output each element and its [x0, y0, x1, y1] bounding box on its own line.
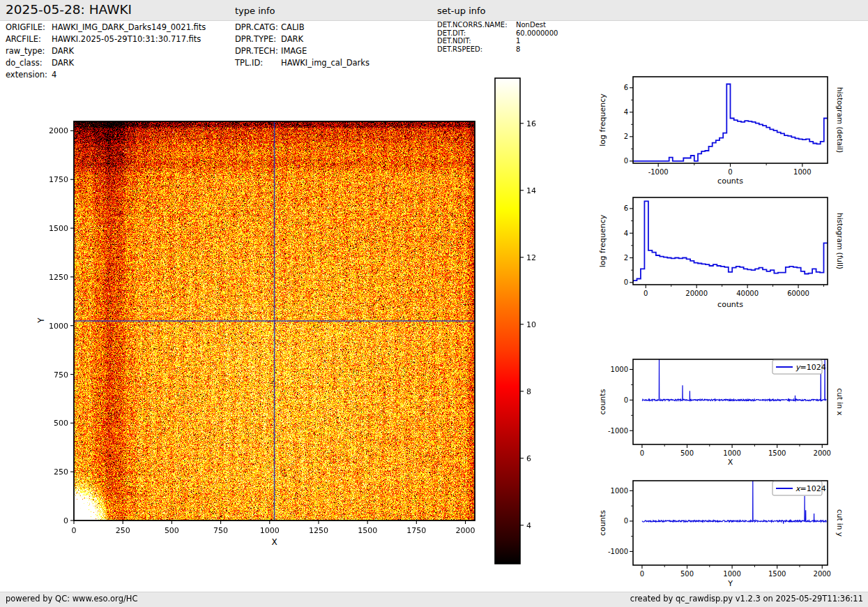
x-tick-label: 60000 [787, 290, 809, 297]
type-info-row: DPR.CATG:CALIB [235, 22, 370, 33]
field-value: DARK [52, 57, 74, 69]
y-tick-label: 250 [54, 467, 68, 477]
cut_in_y-x-axis-label: Y [727, 579, 733, 588]
y-tick-label: 1000 [611, 366, 628, 373]
x-tick-label: 0 [644, 290, 648, 297]
x-tick-label: 500 [165, 526, 179, 535]
x-tick-label: 1000 [793, 168, 811, 176]
colorbar-tick-label: 12 [526, 253, 536, 262]
x-tick-label: 1500 [768, 570, 786, 578]
file-info-row: do_class:DARK [6, 57, 206, 69]
file-info-row: extension:4 [6, 69, 206, 81]
field-label: DET.NDIT: [437, 37, 516, 45]
y-tick-label: 750 [54, 370, 68, 380]
file-info-block: ORIGFILE:HAWKI_IMG_DARK_Darks149_0021.fi… [6, 22, 206, 81]
cut_in_x-y-axis-label: counts [598, 389, 607, 414]
setup-info-row: DET.NCORRS.NAME:NonDest [437, 21, 558, 29]
x-tick-label: 1500 [358, 526, 377, 535]
field-label: ORIGFILE: [6, 22, 52, 33]
histogram_full-right-label: histogram (full) [836, 213, 844, 269]
y-tick-label: 1500 [49, 224, 68, 233]
cut-in-y-chart: 0500100015002000-100001000Ycountscut in … [591, 468, 868, 592]
cut_in_x-x-axis-label: X [728, 458, 733, 467]
type-info-row: DPR.TYPE:DARK [235, 33, 370, 45]
histogram_detail-y-axis-label: log frequency [598, 93, 607, 147]
x-tick-label: 1000 [723, 449, 740, 457]
cut-in-x-chart: 0500100015002000-100001000Xcountscut in … [591, 347, 868, 468]
histogram_full-x-axis-label: counts [717, 300, 743, 309]
colorbar-tick-label: 8 [526, 387, 531, 396]
cut_in_y-plot: 0500100015002000-100001000Ycountscut in … [598, 476, 844, 588]
type-info-heading: type info [235, 6, 275, 16]
histogram-detail-chart: -1000010000246countslog frequencyhistogr… [591, 66, 868, 187]
field-label: raw_type: [6, 45, 52, 57]
y-tick-label: 0 [624, 157, 628, 165]
x-tick-label: 0 [72, 526, 77, 535]
field-value: DARK [281, 33, 303, 45]
y-tick-label: 6 [624, 84, 628, 91]
type-info-row: DPR.TECH:IMAGE [235, 45, 370, 57]
cut_in_x-legend: y=1024 [772, 360, 826, 374]
colorbar-tick-label: 16 [526, 119, 536, 128]
colorbar [495, 78, 520, 564]
field-label: DET.RSPEED: [437, 45, 516, 54]
cut_in_x-plot: 0500100015002000-100001000Xcountscut in … [598, 354, 844, 467]
x-tick-label: 0 [640, 570, 644, 578]
histogram_full-y-axis-label: log frequency [598, 214, 607, 267]
field-label: DPR.TECH: [235, 45, 281, 57]
field-label: extension: [6, 69, 52, 81]
x-tick-label: 40000 [736, 290, 759, 297]
x-tick-label: 1000 [723, 570, 740, 578]
file-info-row: raw_type:DARK [6, 45, 206, 57]
setup-info-row: DET.NDIT:1 [437, 37, 558, 45]
field-label: TPL.ID: [235, 57, 281, 69]
footer-created-by: created by qc_rawdisp.py v1.2.3 on 2025-… [630, 594, 863, 604]
field-value: HAWKI.2025-05-29T10:31:30.717.fits [52, 33, 201, 45]
setup-info-row: DET.RSPEED:8 [437, 45, 558, 54]
field-label: DPR.CATG: [235, 22, 281, 33]
x-tick-label: 2000 [456, 526, 475, 535]
field-value: 4 [52, 69, 56, 81]
file-info-row: ARCFILE:HAWKI.2025-05-29T10:31:30.717.fi… [6, 33, 206, 45]
histogram-full-chart: 02000040000600000246countslog frequencyh… [591, 187, 868, 311]
field-value: IMAGE [281, 45, 307, 57]
x-tick-label: 0 [728, 168, 732, 176]
field-value: HAWKI_IMG_DARK_Darks149_0021.fits [52, 22, 206, 33]
x-tick-label: 1500 [768, 449, 786, 457]
y-tick-label: 1250 [49, 273, 68, 282]
y-tick-label: 0 [624, 517, 628, 525]
y-tick-label: 2 [624, 254, 628, 262]
file-info-row: ORIGFILE:HAWKI_IMG_DARK_Darks149_0021.fi… [6, 22, 206, 33]
main-y-axis-label: Y [36, 310, 46, 331]
histogram_detail-plot: -1000010000246countslog frequencyhistogr… [598, 77, 844, 186]
colorbar-tick-label: 14 [526, 186, 536, 195]
x-tick-label: 2000 [814, 449, 831, 457]
x-tick-label: 750 [213, 526, 228, 535]
y-tick-label: 4 [624, 230, 628, 237]
field-value: 8 [516, 45, 520, 54]
x-tick-label: -1000 [648, 168, 669, 176]
main-x-axis-label: X [74, 537, 475, 547]
cut_in_y-right-label: cut in y [836, 509, 844, 537]
type-info-row: TPL.ID:HAWKI_img_cal_Darks [235, 57, 370, 69]
y-tick-label: 500 [54, 419, 68, 428]
field-label: ARCFILE: [6, 33, 52, 45]
x-tick-label: 2000 [814, 570, 831, 578]
cut_in_x-right-label: cut in x [836, 388, 844, 415]
y-tick-label: 0 [624, 396, 628, 404]
field-label: do_class: [6, 57, 52, 69]
footer-powered-by: powered by QC: www.eso.org/HC [6, 594, 137, 604]
dark-frame-image [74, 121, 475, 520]
y-tick-label: 4 [624, 108, 628, 116]
field-value: HAWKI_img_cal_Darks [281, 57, 370, 69]
type-info-block: DPR.CATG:CALIB DPR.TYPE:DARK DPR.TECH:IM… [235, 22, 370, 69]
y-tick-label: 1000 [49, 322, 68, 331]
y-tick-label: 2 [624, 133, 628, 140]
field-label: DET.NCORRS.NAME: [437, 21, 516, 29]
x-tick-label: 250 [116, 526, 130, 535]
field-label: DPR.TYPE: [235, 33, 281, 45]
x-tick-label: 500 [680, 449, 694, 457]
cut_in_y-legend: x=1024 [772, 481, 826, 495]
histogram_detail-line [633, 84, 828, 161]
colorbar-tick-label: 6 [526, 454, 531, 463]
